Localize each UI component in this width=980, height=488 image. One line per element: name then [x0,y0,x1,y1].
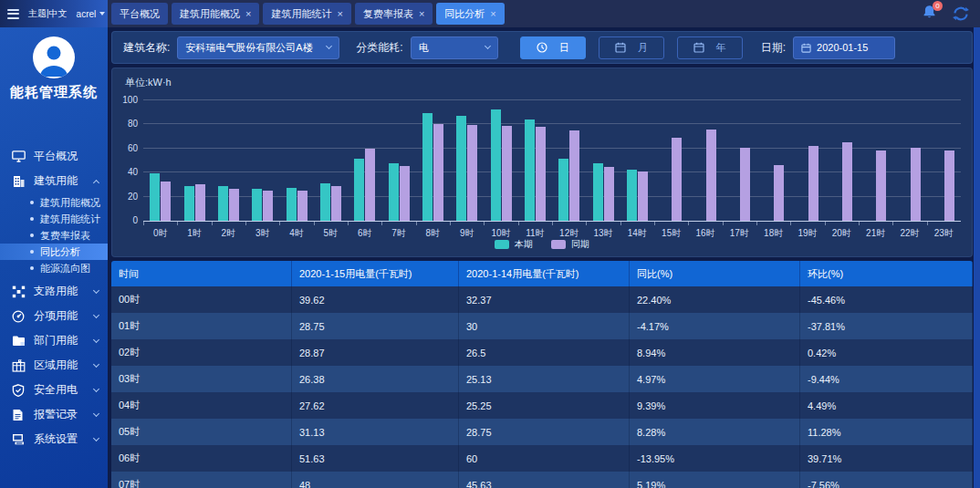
range-day-button[interactable]: 日 [520,36,586,59]
calendar-icon [801,43,811,53]
bar-同期-22时[interactable] [911,148,921,221]
sidebar-item-alarm-records[interactable]: 报警记录 [0,402,108,427]
range-month-button[interactable]: 月 [599,36,664,59]
tab-建筑用能统计[interactable]: 建筑用能统计× [263,3,350,25]
bar-本期-14时[interactable] [627,170,637,221]
building-select-value: 安科瑞电气股份有限公司A楼 [185,41,312,55]
chevron-down-icon [93,385,99,391]
tab-同比分析[interactable]: 同比分析× [436,3,504,25]
sidebar-item-system-settings[interactable]: 系统设置 [0,427,108,452]
bar-同期-10时[interactable] [502,126,512,221]
bar-本期-9时[interactable] [456,116,466,222]
refresh-icon[interactable] [953,6,969,21]
table-row-07时[interactable]: 07时4845.635.19%-7.56% [111,472,973,488]
sidebar-subitem-tariff-report[interactable]: 复费率报表 [0,227,108,244]
hamburger-menu-icon[interactable] [7,9,19,19]
bar-同期-4时[interactable] [297,191,308,221]
tab-close-icon[interactable]: × [419,9,424,19]
bar-同期-0时[interactable] [161,182,171,221]
bar-同期-8时[interactable] [433,124,443,221]
tab-复费率报表[interactable]: 复费率报表× [355,3,433,25]
sidebar-subitem-building-overview[interactable]: 建筑用能概况 [0,194,108,211]
user-dropdown[interactable]: acrel [77,9,106,19]
legend-item-previous[interactable]: 同期 [551,238,589,251]
range-year-button[interactable]: 年 [677,36,743,59]
bar-同期-21时[interactable] [876,151,886,221]
chevron-down-icon [93,360,99,367]
building-select[interactable]: 安科瑞电气股份有限公司A楼 [177,36,339,59]
bar-本期-4时[interactable] [287,188,297,221]
sidebar: 能耗管理系统 平台概况 建筑用能 建筑用能概况 建筑用能统计 复费率报表 同比分… [0,27,108,488]
bar-同期-15时[interactable] [672,138,682,221]
theme-language-label[interactable]: 主题|中文 [28,7,68,20]
sidebar-item-branch-energy[interactable]: 支路用能 [0,279,108,304]
bar-同期-12时[interactable] [569,130,579,221]
sidebar-subitem-yoy-analysis[interactable]: 同比分析 [0,244,108,260]
sidebar-item-department-energy[interactable]: 部门用能 [0,328,108,353]
bar-同期-3时[interactable] [263,191,273,221]
bar-本期-13时[interactable] [593,163,603,221]
calendar-icon [693,42,704,53]
tab-平台概况[interactable]: 平台概况 [111,3,168,25]
bar-同期-11时[interactable] [536,127,546,221]
legend-item-current[interactable]: 本期 [495,238,533,251]
energy-type-select[interactable]: 电 [411,36,498,59]
legend-label: 本期 [515,238,533,251]
bar-同期-1时[interactable] [195,184,205,221]
bar-同期-9时[interactable] [467,125,477,221]
bar-同期-7时[interactable] [400,166,410,221]
sidebar-item-region-energy[interactable]: 区域用能 [0,353,108,378]
date-input[interactable]: 2020-01-15 [793,36,895,59]
bar-同期-5时[interactable] [331,186,341,221]
bar-本期-0时[interactable] [150,173,160,221]
bar-同期-14时[interactable] [638,171,648,221]
bar-同期-17时[interactable] [740,148,750,221]
bar-本期-7时[interactable] [389,163,399,221]
tab-close-icon[interactable]: × [337,9,342,19]
bar-同期-18时[interactable] [774,165,784,221]
table-row-00时[interactable]: 00时39.6232.3722.40%-45.46% [111,286,973,313]
sidebar-item-subentry-energy[interactable]: 分项用能 [0,304,108,328]
tab-close-icon[interactable]: × [245,9,251,19]
bar-同期-2时[interactable] [229,189,239,221]
sidebar-item-platform-overview[interactable]: 平台概况 [0,144,108,169]
bar-本期-3时[interactable] [252,189,262,221]
bar-本期-10时[interactable] [491,109,501,221]
bar-本期-12时[interactable] [558,159,568,221]
table-row-05时[interactable]: 05时31.1328.758.28%11.28% [111,419,973,445]
table-row-06时[interactable]: 06时51.6360-13.95%39.71% [111,445,973,472]
notification-bell-button[interactable]: 0 [923,5,936,23]
table-row-04时[interactable]: 04时27.6225.259.39%4.49% [111,392,973,419]
bar-同期-19时[interactable] [808,146,818,221]
table-row-02时[interactable]: 02时28.8726.58.94%0.42% [111,339,973,366]
bar-本期-11时[interactable] [525,119,535,221]
table-row-01时[interactable]: 01时28.7530-4.17%-37.81% [111,313,973,339]
sidebar-item-safe-electricity[interactable]: 安全用电 [0,378,108,402]
bar-同期-23时[interactable] [944,151,954,221]
tab-close-icon[interactable]: × [490,9,495,19]
tab-建筑用能概况[interactable]: 建筑用能概况× [172,3,259,25]
x-axis-tick [484,222,485,225]
sidebar-item-building-energy[interactable]: 建筑用能 [0,169,108,193]
bar-本期-5时[interactable] [320,183,330,221]
vertical-scrollbar[interactable] [974,27,980,488]
bar-本期-8时[interactable] [422,113,433,221]
bar-同期-16时[interactable] [706,130,716,221]
sidebar-item-label: 分项用能 [34,308,78,324]
bar-同期-13时[interactable] [604,167,614,221]
bar-本期-6时[interactable] [354,159,364,221]
bar-本期-2时[interactable] [218,186,228,221]
tab-label: 同比分析 [444,7,485,21]
bar-同期-6时[interactable] [365,149,375,221]
sidebar-subitem-building-statistics[interactable]: 建筑用能统计 [0,211,108,227]
topbar-left: 主题|中文 acrel [0,0,108,27]
sidebar-subitem-energy-flow[interactable]: 能源流向图 [0,260,108,276]
bar-同期-20时[interactable] [842,142,852,221]
x-axis-tick [279,222,280,225]
table-header-cell: 时间 [111,261,292,286]
table-row-03时[interactable]: 03时26.3825.134.97%-9.44% [111,366,973,392]
avatar[interactable] [33,36,75,78]
bar-本期-1时[interactable] [184,186,194,221]
gridline [143,99,961,100]
table-cell: 4.49% [800,392,973,419]
